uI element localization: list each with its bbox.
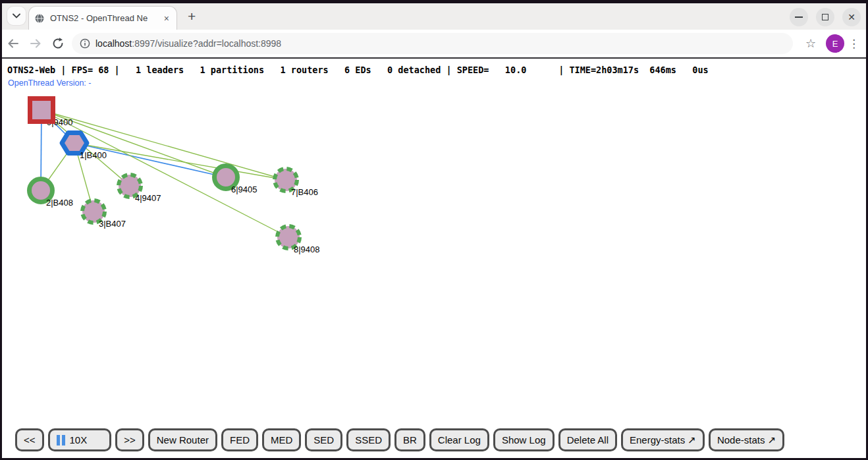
button-label: 10X	[70, 434, 88, 446]
button-label: FED	[230, 434, 250, 446]
node-label: 6|9405	[231, 185, 258, 194]
url-host: localhost	[95, 38, 132, 49]
browser-menu-button[interactable]: ⋮	[848, 37, 859, 51]
url-text[interactable]: localhost:8997/visualize?addr=localhost:…	[95, 38, 281, 49]
pause-speed-button[interactable]: 10X	[48, 428, 112, 451]
node-stats-button[interactable]: Node-stats ↗	[709, 428, 784, 451]
node-label: 7|B406	[291, 187, 318, 197]
chevron-down-icon	[13, 13, 20, 18]
button-label: Energy-stats ↗	[630, 434, 696, 446]
action-toolbar: <<10X>>New RouterFEDMEDSEDSSEDBRClear Lo…	[15, 428, 784, 451]
url-path: :8997/visualize?addr=localhost:8998	[132, 38, 281, 49]
reload-icon	[51, 37, 65, 50]
node-label: 1|B400	[80, 150, 107, 160]
button-label: Show Log	[502, 434, 546, 446]
tab-search-button[interactable]	[7, 7, 26, 25]
node-label: 8|9408	[294, 244, 320, 254]
speed-up-button[interactable]: >>	[115, 428, 144, 451]
back-button[interactable]	[2, 32, 24, 55]
browser-toolbar: localhost:8997/visualize?addr=localhost:…	[2, 30, 866, 59]
window-controls: ✕	[790, 8, 861, 26]
otns-page: 9|94001|B4002|B4083|B4074|94076|94057|B4…	[2, 59, 866, 458]
button-label: <<	[24, 434, 36, 446]
new-router-button[interactable]: New Router	[148, 428, 217, 451]
openthread-version-label: OpenThread Version: -	[8, 78, 91, 88]
med-button[interactable]: MED	[262, 428, 301, 451]
site-info-icon[interactable]	[80, 38, 90, 49]
delete-all-button[interactable]: Delete All	[558, 428, 617, 451]
br-button[interactable]: BR	[394, 428, 425, 451]
speed-down-button[interactable]: <<	[15, 428, 44, 451]
maximize-icon	[822, 14, 828, 20]
button-label: >>	[124, 434, 136, 446]
button-label: SED	[313, 434, 334, 446]
network-topology-canvas[interactable]: 9|94001|B4002|B4083|B4074|94076|94057|B4…	[2, 59, 868, 458]
close-icon: ✕	[848, 13, 855, 22]
node-9|9400[interactable]	[30, 99, 53, 122]
clear-log-button[interactable]: Clear Log	[429, 428, 489, 451]
node-label: 4|9407	[135, 193, 161, 203]
tab-title: OTNS2 - OpenThread Ne	[50, 13, 157, 23]
button-label: BR	[403, 434, 417, 446]
profile-avatar[interactable]: E	[826, 34, 844, 53]
close-button[interactable]: ✕	[842, 8, 861, 26]
button-label: New Router	[157, 434, 209, 446]
fed-button[interactable]: FED	[221, 428, 258, 451]
maximize-button[interactable]	[816, 8, 834, 26]
energy-stats-button[interactable]: Energy-stats ↗	[621, 428, 705, 451]
node-label: 3|B407	[99, 219, 126, 229]
tab-close-icon[interactable]: ×	[162, 13, 171, 24]
button-label: Clear Log	[438, 434, 481, 446]
forward-button[interactable]	[24, 32, 47, 55]
minimize-icon	[795, 16, 803, 18]
bookmark-button[interactable]: ☆	[800, 32, 822, 55]
minimize-button[interactable]	[790, 8, 808, 26]
forward-arrow-icon	[29, 37, 42, 50]
show-log-button[interactable]: Show Log	[493, 428, 555, 451]
back-arrow-icon	[7, 37, 20, 50]
tab-otns2[interactable]: OTNS2 - OpenThread Ne ×	[28, 6, 177, 30]
tab-strip: OTNS2 - OpenThread Ne × + ✕	[2, 3, 866, 30]
pause-icon	[57, 435, 65, 446]
simulation-status-bar: OTNS2-Web | FPS= 68 | 1 leaders 1 partit…	[7, 65, 709, 75]
reload-button[interactable]	[47, 32, 69, 55]
link-1|B400-6|9405	[74, 143, 226, 177]
browser-window: OTNS2 - OpenThread Ne × + ✕	[0, 0, 868, 460]
button-label: SSED	[355, 434, 382, 446]
node-label: 2|B408	[46, 198, 73, 208]
button-label: Node-stats ↗	[717, 434, 776, 446]
globe-favicon-icon	[34, 13, 45, 24]
star-icon: ☆	[805, 36, 816, 51]
ssed-button[interactable]: SSED	[346, 428, 391, 451]
sed-button[interactable]: SED	[305, 428, 342, 451]
button-label: Delete All	[567, 434, 609, 446]
link-1|B400-7|B406	[74, 143, 286, 180]
url-bar[interactable]: localhost:8997/visualize?addr=localhost:…	[72, 33, 793, 54]
button-label: MED	[271, 434, 292, 446]
new-tab-button[interactable]: +	[188, 9, 196, 24]
